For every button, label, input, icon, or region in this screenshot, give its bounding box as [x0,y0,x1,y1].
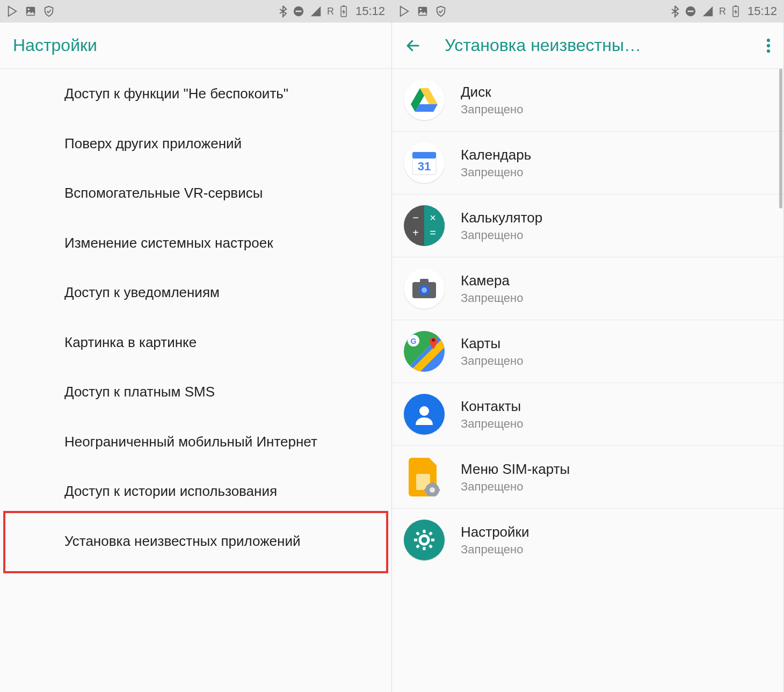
app-name: Настройки [461,524,529,540]
app-row-settings[interactable]: Настройки Запрещено [392,509,783,571]
do-not-disturb-icon [685,5,696,17]
settings-item[interactable]: Неограниченный мобильный Интернет [0,417,391,467]
svg-rect-16 [412,152,436,158]
svg-rect-24 [420,279,429,283]
camera-icon [404,268,445,309]
settings-item[interactable]: Доступ к функции "Не беспокоить" [0,69,391,119]
settings-item[interactable]: Картинка в картинке [0,318,391,367]
do-not-disturb-icon [293,5,304,17]
app-name: Камера [461,272,523,289]
svg-text:G: G [411,337,417,345]
phone-right-install-unknown: R 15:12 Установка неизвестны… Диск Запре… [392,0,784,692]
svg-rect-9 [687,11,693,12]
app-name: Меню SIM-карты [461,461,570,478]
play-store-icon [398,5,410,17]
app-row-drive[interactable]: Диск Запрещено [392,69,783,132]
network-type-label: R [719,6,726,17]
svg-point-1 [28,9,30,11]
page-title: Настройки [13,35,97,55]
app-list[interactable]: Диск Запрещено 31 Календарь Запрещено [392,69,783,692]
app-status: Запрещено [461,165,531,179]
signal-icon [702,5,714,17]
svg-point-35 [430,487,435,493]
maps-icon: G [404,331,445,372]
status-time: 15:12 [747,4,777,18]
svg-point-36 [420,536,429,544]
settings-item[interactable]: Доступ к уведомлениям [0,268,391,318]
battery-icon [339,5,348,18]
image-icon [417,5,429,17]
svg-text:+: + [412,227,419,239]
signal-icon [310,5,322,17]
app-bar: Установка неизвестны… [392,23,783,69]
settings-item[interactable]: Изменение системных настроек [0,218,391,268]
app-status: Запрещено [461,480,570,494]
svg-text:=: = [430,227,436,239]
battery-icon [731,5,740,18]
app-row-camera[interactable]: Камера Запрещено [392,257,783,320]
settings-item[interactable]: Доступ к истории использования [0,466,391,516]
calculator-icon: − × + = [404,205,445,246]
settings-item[interactable]: Доступ к платным SMS [0,367,391,417]
app-status: Запрещено [461,543,529,557]
app-status: Запрещено [461,103,523,117]
shield-check-icon [435,5,447,18]
status-bar: R 15:12 [0,0,391,23]
scrollbar[interactable] [779,69,782,208]
svg-point-14 [767,49,770,52]
image-icon [25,5,37,17]
play-store-icon [6,5,18,17]
back-button[interactable] [405,38,421,54]
bluetooth-icon [671,5,679,18]
calendar-icon: 31 [404,142,445,183]
svg-point-13 [767,44,770,47]
contacts-icon [404,394,445,435]
app-row-contacts[interactable]: Контакты Запрещено [392,383,783,446]
app-status: Запрещено [461,354,523,368]
svg-text:×: × [430,212,436,224]
settings-gear-icon [404,520,445,560]
more-options-button[interactable] [766,38,771,54]
app-name: Диск [461,84,523,100]
app-row-calculator[interactable]: − × + = Калькулятор Запрещено [392,194,783,257]
network-type-label: R [327,6,334,17]
svg-point-26 [422,287,427,293]
svg-point-7 [420,9,422,11]
app-status: Запрещено [461,228,542,242]
app-name: Карты [461,335,523,352]
app-row-maps[interactable]: G Карты Запрещено [392,320,783,383]
settings-item[interactable]: Вспомогательные VR-сервисы [0,168,391,218]
settings-item-install-unknown-apps[interactable]: Установка неизвестных приложений [0,516,391,566]
svg-point-31 [432,338,435,342]
svg-text:31: 31 [418,160,431,173]
drive-icon [404,80,445,120]
app-bar: Настройки [0,23,391,69]
shield-check-icon [43,5,55,18]
app-status: Запрещено [461,291,523,305]
svg-rect-5 [343,5,345,6]
settings-list[interactable]: Доступ к функции "Не беспокоить" Поверх … [0,69,391,692]
app-row-calendar[interactable]: 31 Календарь Запрещено [392,132,783,194]
page-title: Установка неизвестны… [445,35,641,55]
app-name: Контакты [461,398,523,415]
phone-left-settings: R 15:12 Настройки Доступ к функции "Не б… [0,0,392,692]
svg-point-12 [767,38,770,41]
svg-rect-3 [295,11,301,12]
svg-rect-11 [735,5,737,6]
status-bar: R 15:12 [392,0,783,23]
app-name: Календарь [461,147,531,163]
svg-point-32 [419,406,429,416]
bluetooth-icon [279,5,287,18]
status-time: 15:12 [355,4,385,18]
app-name: Калькулятор [461,210,542,226]
settings-item[interactable]: Поверх других приложений [0,119,391,169]
app-status: Запрещено [461,417,523,431]
sim-card-icon [404,457,445,498]
app-row-sim-menu[interactable]: Меню SIM-карты Запрещено [392,446,783,509]
svg-text:−: − [412,212,419,224]
